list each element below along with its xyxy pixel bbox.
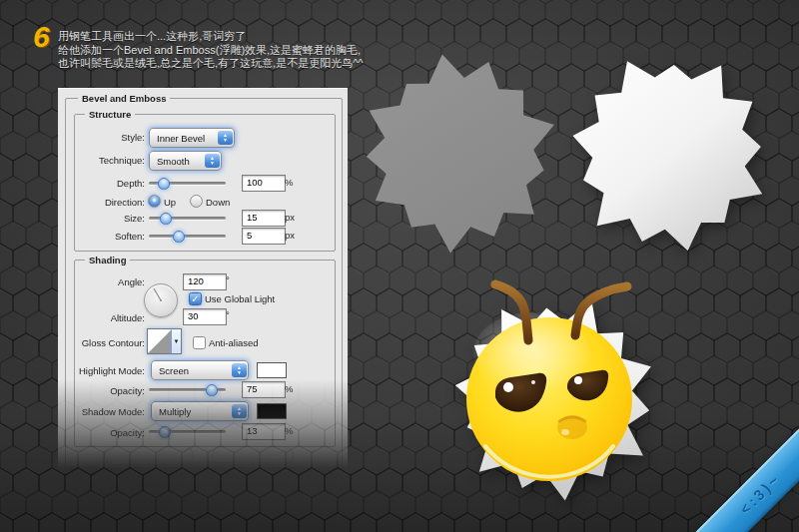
shadow-mode-label: Shadow Mode: bbox=[82, 406, 145, 417]
style-label: Style: bbox=[121, 132, 145, 143]
popup-stepper-icon: ▲▼ bbox=[205, 154, 220, 168]
shadow-mode-select[interactable]: Multiply ▲▼ bbox=[151, 401, 249, 421]
soften-slider[interactable] bbox=[149, 231, 226, 242]
shadow-opacity-input[interactable]: 13 bbox=[242, 423, 286, 440]
highlight-color-swatch[interactable] bbox=[257, 362, 287, 378]
use-global-light-checkbox[interactable]: ✓ bbox=[189, 292, 202, 305]
shadow-mode-value: Multiply bbox=[152, 406, 232, 417]
size-label: Size: bbox=[124, 213, 145, 224]
tutorial-canvas: 6 用钢笔工具画出一个...这种形,哥词穷了 给他添加一个Bevel and E… bbox=[0, 0, 799, 532]
angle-input[interactable]: 120 bbox=[183, 273, 227, 290]
embossed-star-shape bbox=[573, 61, 763, 251]
soften-label: Soften: bbox=[115, 231, 145, 242]
slider-thumb[interactable] bbox=[173, 231, 185, 243]
direction-label: Direction: bbox=[105, 197, 145, 208]
bee-right-eye-highlight bbox=[574, 376, 582, 384]
technique-value: Smooth bbox=[150, 156, 205, 167]
slider-thumb[interactable] bbox=[206, 384, 218, 396]
highlight-mode-label: Highlight Mode: bbox=[79, 365, 145, 376]
shadow-opacity-unit: % bbox=[285, 425, 293, 436]
slider-track bbox=[149, 235, 226, 238]
angle-unit: ° bbox=[226, 274, 230, 285]
gloss-contour-label: Gloss Contour: bbox=[82, 337, 145, 348]
direction-down-label: Down bbox=[206, 197, 230, 208]
anti-aliased-checkbox[interactable] bbox=[193, 336, 206, 349]
angle-label: Angle: bbox=[118, 276, 145, 287]
slider-thumb[interactable] bbox=[158, 178, 170, 190]
size-unit: px bbox=[285, 212, 295, 223]
popup-stepper-icon: ▲▼ bbox=[232, 404, 247, 418]
use-global-light-label: Use Global Light bbox=[205, 293, 275, 304]
direction-up-label: Up bbox=[164, 197, 176, 208]
depth-input[interactable]: 100 bbox=[242, 175, 286, 192]
depth-label: Depth: bbox=[117, 178, 145, 189]
shading-legend: Shading bbox=[85, 255, 130, 266]
size-input[interactable]: 15 bbox=[242, 210, 286, 227]
highlight-opacity-label: Opacity: bbox=[110, 385, 145, 396]
direction-down-radio[interactable] bbox=[190, 195, 203, 208]
gloss-contour-thumbnail[interactable] bbox=[147, 328, 173, 354]
altitude-input[interactable]: 30 bbox=[183, 308, 227, 325]
highlight-opacity-slider[interactable] bbox=[149, 384, 226, 395]
slider-thumb[interactable] bbox=[159, 426, 171, 438]
bee-illustration bbox=[455, 284, 651, 501]
shadow-opacity-label: Opacity: bbox=[110, 427, 145, 438]
altitude-unit: ° bbox=[226, 309, 230, 320]
technique-select[interactable]: Smooth ▲▼ bbox=[149, 151, 222, 171]
depth-unit: % bbox=[285, 177, 293, 188]
altitude-label: Altitude: bbox=[111, 312, 145, 323]
shadow-opacity-slider[interactable] bbox=[149, 426, 226, 437]
layer-style-panel: Bevel and Emboss Structure Style: Inner … bbox=[58, 88, 348, 472]
depth-slider[interactable] bbox=[149, 178, 226, 189]
highlight-mode-select[interactable]: Screen ▲▼ bbox=[151, 360, 249, 380]
gray-star-shape bbox=[367, 55, 554, 254]
soften-input[interactable]: 5 bbox=[242, 228, 286, 245]
soften-unit: px bbox=[285, 230, 295, 241]
anti-aliased-label: Anti-aliased bbox=[209, 337, 259, 348]
gloss-contour-arrow-icon[interactable]: ▼ bbox=[172, 328, 182, 354]
style-select[interactable]: Inner Bevel ▲▼ bbox=[149, 128, 235, 148]
ghost-button[interactable] bbox=[104, 446, 194, 465]
highlight-opacity-unit: % bbox=[285, 383, 293, 394]
bee-left-eye-highlight bbox=[503, 382, 513, 392]
popup-stepper-icon: ▲▼ bbox=[218, 131, 233, 145]
size-slider[interactable] bbox=[149, 213, 226, 224]
bee-nose-glint bbox=[561, 429, 569, 435]
group-title: Bevel and Emboss bbox=[78, 93, 170, 104]
technique-label: Technique: bbox=[99, 155, 145, 166]
bee-left-eye-sparkle bbox=[531, 380, 535, 384]
popup-stepper-icon: ▲▼ bbox=[232, 363, 247, 377]
slider-thumb[interactable] bbox=[160, 213, 172, 225]
shadow-color-swatch[interactable] bbox=[257, 403, 287, 419]
direction-up-radio[interactable] bbox=[148, 195, 161, 208]
highlight-mode-value: Screen bbox=[152, 365, 232, 376]
structure-legend: Structure bbox=[85, 109, 135, 120]
ghost-button[interactable] bbox=[212, 446, 294, 465]
angle-dial[interactable] bbox=[144, 283, 178, 317]
highlight-opacity-input[interactable]: 75 bbox=[242, 381, 286, 398]
style-value: Inner Bevel bbox=[150, 133, 218, 144]
